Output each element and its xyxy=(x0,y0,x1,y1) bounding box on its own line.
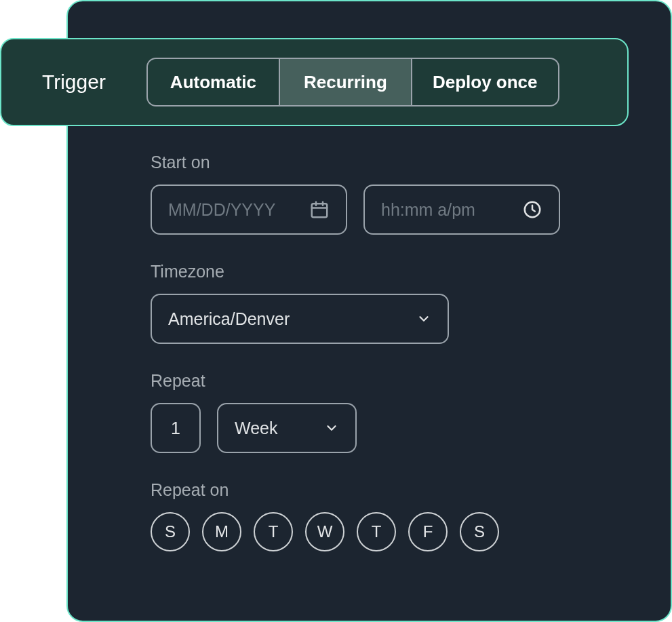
repeat-count-input[interactable]: 1 xyxy=(151,403,201,453)
chevron-down-icon xyxy=(416,311,431,326)
repeat-on-days: S M T W T F S xyxy=(151,512,598,551)
day-monday[interactable]: M xyxy=(202,512,241,551)
clock-icon xyxy=(522,199,542,220)
svg-rect-0 xyxy=(312,203,328,217)
repeat-count-value: 1 xyxy=(171,419,180,438)
trigger-bar: Trigger Automatic Recurring Deploy once xyxy=(0,38,629,126)
calendar-icon xyxy=(309,199,330,220)
timezone-select[interactable]: America/Denver xyxy=(151,294,449,344)
form-area: Start on MM/DD/YYYY hh:mm a/pm xyxy=(151,153,598,551)
trigger-option-recurring[interactable]: Recurring xyxy=(280,59,412,105)
chevron-down-icon xyxy=(324,421,339,435)
repeat-label: Repeat xyxy=(151,371,598,391)
start-on-label: Start on xyxy=(151,153,598,172)
day-friday[interactable]: F xyxy=(408,512,448,551)
date-placeholder: MM/DD/YYYY xyxy=(168,200,309,220)
repeat-unit-select[interactable]: Week xyxy=(217,403,357,453)
trigger-option-deploy-once[interactable]: Deploy once xyxy=(412,59,558,105)
repeat-on-label: Repeat on xyxy=(151,480,598,500)
timezone-value: America/Denver xyxy=(168,309,416,329)
trigger-option-automatic[interactable]: Automatic xyxy=(148,59,280,105)
time-placeholder: hh:mm a/pm xyxy=(381,200,522,220)
day-sunday[interactable]: S xyxy=(151,512,190,551)
trigger-segmented-control: Automatic Recurring Deploy once xyxy=(146,58,559,106)
start-date-input[interactable]: MM/DD/YYYY xyxy=(151,184,347,235)
trigger-label: Trigger xyxy=(42,71,106,94)
day-tuesday[interactable]: T xyxy=(254,512,293,551)
start-time-input[interactable]: hh:mm a/pm xyxy=(363,184,560,235)
timezone-label: Timezone xyxy=(151,262,598,281)
day-saturday[interactable]: S xyxy=(460,512,499,551)
day-wednesday[interactable]: W xyxy=(305,512,344,551)
day-thursday[interactable]: T xyxy=(357,512,396,551)
repeat-unit-value: Week xyxy=(235,419,324,438)
